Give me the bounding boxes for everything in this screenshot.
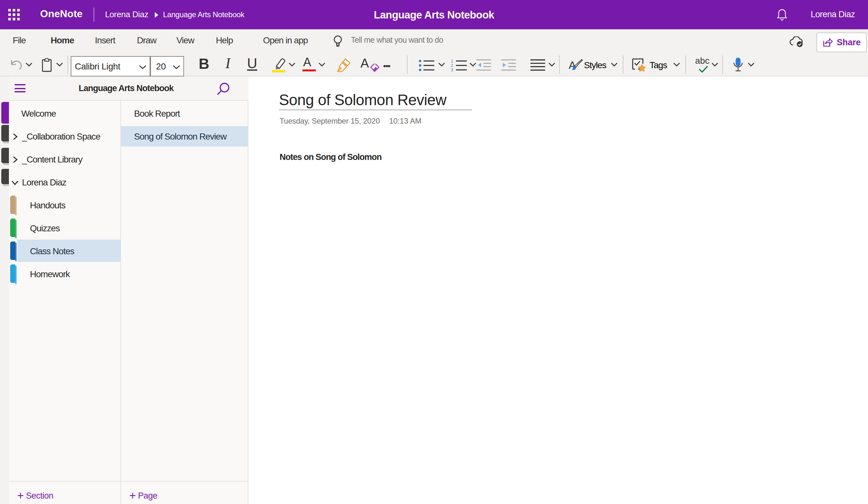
svg-text:3: 3	[451, 68, 453, 72]
svg-text:2: 2	[451, 63, 453, 68]
svg-text:1: 1	[451, 59, 453, 63]
